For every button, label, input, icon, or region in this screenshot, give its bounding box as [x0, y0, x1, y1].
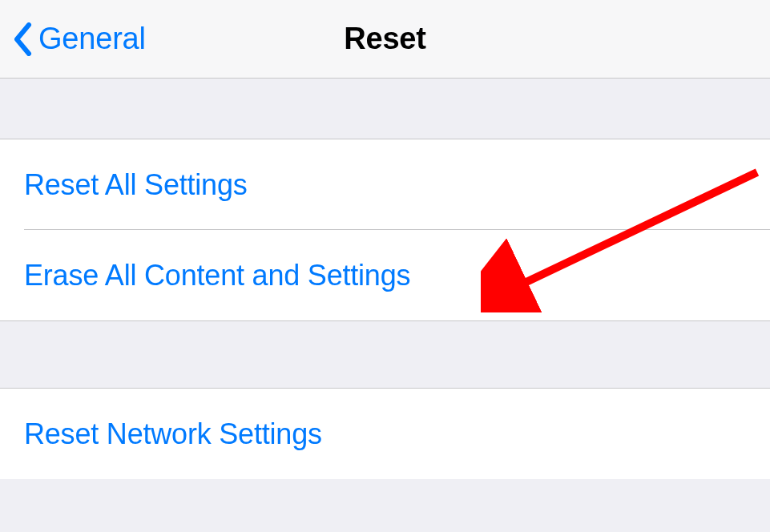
section-spacer	[0, 321, 770, 389]
back-label: General	[38, 22, 146, 56]
chevron-left-icon	[11, 20, 34, 58]
cell-label: Reset All Settings	[24, 168, 248, 202]
settings-group-2: Reset Network Settings	[0, 389, 770, 479]
settings-group-1: Reset All Settings Erase All Content and…	[0, 139, 770, 321]
back-button[interactable]: General	[0, 20, 146, 58]
cell-label: Reset Network Settings	[24, 417, 322, 451]
reset-all-settings-cell[interactable]: Reset All Settings	[0, 139, 770, 230]
section-spacer	[0, 79, 770, 139]
navigation-bar: General Reset	[0, 0, 770, 79]
reset-network-settings-cell[interactable]: Reset Network Settings	[0, 389, 770, 479]
page-title: Reset	[344, 22, 426, 56]
erase-all-content-cell[interactable]: Erase All Content and Settings	[0, 230, 770, 320]
cell-label: Erase All Content and Settings	[24, 259, 410, 292]
